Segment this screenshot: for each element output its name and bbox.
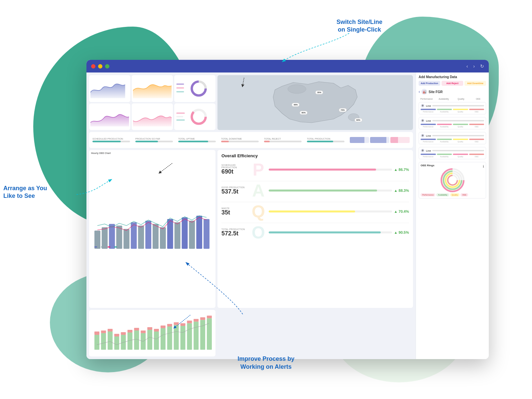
stat-bar-1 <box>92 141 130 142</box>
svg-rect-50 <box>147 327 152 330</box>
svg-rect-19 <box>138 226 144 249</box>
svg-rect-42 <box>121 332 126 335</box>
mini-charts-grid <box>89 75 215 130</box>
svg-rect-25 <box>182 217 188 249</box>
svg-rect-33 <box>94 335 99 350</box>
svg-rect-28 <box>203 219 209 249</box>
svg-rect-16 <box>116 226 122 249</box>
row-bottom-charts <box>89 310 413 356</box>
oee-donut-chart <box>421 169 484 192</box>
svg-rect-22 <box>160 227 166 249</box>
svg-rect-35 <box>101 333 106 350</box>
oee-rings-title: OEE Rings <box>421 164 434 167</box>
oee-rings-section: OEE Rings ℹ <box>419 162 486 199</box>
svg-rect-39 <box>114 336 119 350</box>
svg-rect-67 <box>207 318 212 349</box>
svg-rect-37 <box>108 332 113 350</box>
add-manufacturing-title: Add Manufacturing Data <box>419 75 486 79</box>
svg-rect-34 <box>94 332 99 335</box>
svg-rect-53 <box>161 328 166 350</box>
svg-rect-29 <box>94 246 97 247</box>
stat-production-so-far: Production So Far <box>135 138 173 142</box>
row-charts-map: 35% 65% 80% 70% 90% <box>89 75 413 130</box>
svg-rect-17 <box>123 229 129 249</box>
add-production-button[interactable]: Add Production <box>419 81 440 86</box>
mini-chart-3 <box>174 75 215 102</box>
efficiency-title: Overall Efficiency <box>221 153 409 158</box>
svg-rect-60 <box>181 323 186 326</box>
svg-rect-3 <box>176 83 184 84</box>
browser-window: ‹ › ↻ <box>86 60 489 359</box>
mfg-buttons-group: Add Production Add Reject Add Downtime <box>419 81 486 86</box>
efficiency-panel: Overall Efficiency SCHEDULED PRODUCTION … <box>217 150 413 308</box>
compact-bars-right <box>350 137 410 143</box>
svg-rect-62 <box>187 321 192 323</box>
svg-rect-4 <box>176 87 184 88</box>
line-row-3: ⚙ Line Performance Availability Quality … <box>419 132 486 144</box>
refresh-button[interactable]: ↻ <box>480 64 484 69</box>
svg-rect-27 <box>196 216 202 249</box>
svg-rect-56 <box>167 324 172 327</box>
line-row-4: ⚙ Line Performance Availability Quality … <box>419 147 486 159</box>
annotation-improve-process: Improve Process by Working on Alerts <box>237 355 294 371</box>
svg-rect-36 <box>101 331 106 333</box>
line-row-1: ⚙ Line Performance Availability Quality … <box>419 102 486 114</box>
mini-chart-1 <box>89 75 130 102</box>
traffic-light-red[interactable] <box>91 64 95 68</box>
eff-row-p: SCHEDULED PRODUCTION 690t P ▲ 86.7% <box>221 161 409 178</box>
add-reject-button[interactable]: Add Reject <box>442 81 463 86</box>
eff-row-a: GOOD PRODUCTION 537.5t A ▲ 88.3% <box>221 182 409 199</box>
svg-rect-46 <box>134 328 139 331</box>
stat-total-downtime: Total Downtime <box>221 138 259 142</box>
site-nav-back[interactable]: ‹ <box>419 89 420 94</box>
svg-rect-52 <box>154 329 159 332</box>
svg-rect-8 <box>176 112 185 113</box>
svg-rect-32 <box>114 246 117 247</box>
svg-rect-63 <box>194 322 199 350</box>
row-oee-efficiency: Hourly OEE Chart <box>89 150 413 308</box>
svg-rect-40 <box>114 334 119 336</box>
svg-rect-20 <box>145 221 151 249</box>
svg-rect-9 <box>176 116 183 117</box>
browser-chrome: ‹ › ↻ <box>86 60 489 72</box>
svg-rect-57 <box>174 325 179 350</box>
svg-rect-44 <box>127 330 132 332</box>
mini-chart-2 <box>132 75 173 102</box>
svg-rect-15 <box>109 224 115 249</box>
stat-total-reject: Total Reject <box>264 138 302 142</box>
traffic-light-green[interactable] <box>105 64 109 68</box>
svg-rect-54 <box>161 326 166 328</box>
svg-rect-48 <box>141 331 146 333</box>
svg-rect-31 <box>108 246 110 247</box>
dashboard-main: 35% 65% 80% 70% 90% <box>86 72 416 359</box>
oee-rings-legend: Performance Availability Quality OEE <box>421 193 484 197</box>
annotation-switch-site: Switch Site/Line on Single-Click <box>336 18 382 34</box>
bottom-bar-chart <box>89 310 215 356</box>
svg-rect-5 <box>176 91 184 92</box>
site-avatar: 🏭 <box>421 89 427 95</box>
svg-rect-61 <box>187 323 192 350</box>
map-marker-5: 90% <box>354 118 362 122</box>
stat-scheduled-production: Scheduled Production <box>92 138 130 142</box>
oee-chart-panel: Hourly OEE Chart <box>89 150 215 308</box>
add-downtime-button[interactable]: Add Downtime <box>465 81 486 86</box>
svg-rect-64 <box>194 319 199 322</box>
dashboard-sidebar: Add Manufacturing Data Add Production Ad… <box>416 72 489 359</box>
kpi-column-headers: Performance Availability Quality OEE <box>419 98 486 100</box>
svg-rect-45 <box>134 331 139 350</box>
svg-rect-24 <box>175 222 181 249</box>
back-button[interactable]: ‹ <box>466 64 468 69</box>
mini-chart-6 <box>174 103 215 130</box>
svg-rect-58 <box>174 322 179 325</box>
oee-rings-info-icon[interactable]: ℹ <box>483 165 484 168</box>
annotation-arrange: Arrange as You Like to See <box>3 185 47 200</box>
svg-rect-55 <box>167 327 172 350</box>
forward-button[interactable]: › <box>473 64 475 69</box>
stat-total-production: Total Production <box>307 138 344 142</box>
svg-rect-10 <box>176 119 185 120</box>
eff-row-o: TOTAL PRODUCTION 572.5t O ▲ 90.5% <box>221 224 409 241</box>
traffic-light-yellow[interactable] <box>98 64 102 68</box>
svg-rect-23 <box>167 219 173 249</box>
map-marker-1: 35% <box>315 90 323 94</box>
svg-rect-49 <box>147 330 152 350</box>
